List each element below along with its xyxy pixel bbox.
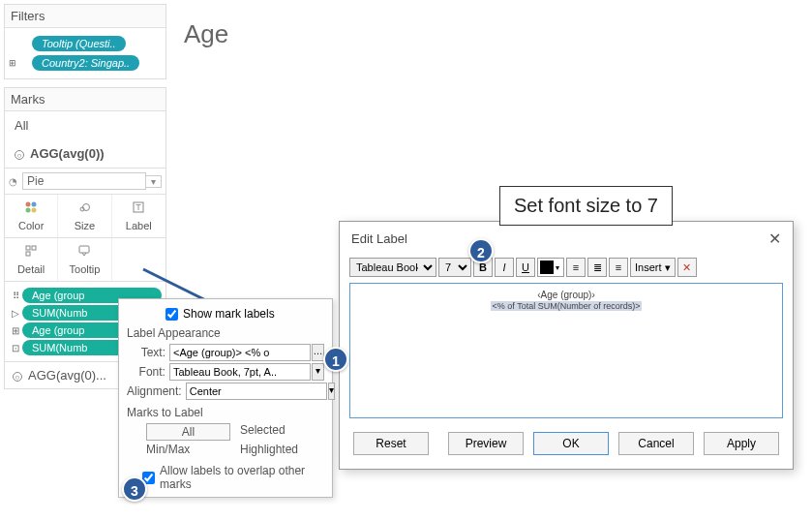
underline-button[interactable]: U: [516, 258, 535, 277]
marks-to-label-header: Marks to Label: [127, 406, 324, 419]
shelf-tooltip[interactable]: Tooltip: [58, 238, 111, 281]
label-t-icon: ⊞: [9, 325, 22, 336]
svg-rect-11: [79, 246, 89, 253]
detail-icon: [7, 244, 55, 261]
label-appearance-header: Label Appearance: [127, 326, 324, 340]
tooltip-icon: [60, 244, 108, 261]
filter-pill-tooltip[interactable]: Tooltip (Questi..: [32, 36, 126, 51]
callout-2: 2: [468, 238, 494, 263]
callout-text-box: Set font size to 7: [499, 186, 673, 226]
alignment-label: Alignment:: [127, 384, 186, 398]
shelf-empty: [112, 238, 165, 281]
svg-rect-8: [26, 246, 30, 250]
ok-button[interactable]: OK: [533, 432, 609, 455]
label-t2-icon: ⊡: [9, 343, 22, 353]
alignment-dropdown-button[interactable]: ▾: [328, 383, 335, 400]
preview-button[interactable]: Preview: [448, 432, 524, 455]
edit-label-dialog: Edit Label ✕ Tableau Book 7 B I U ▾ ≡ ≣ …: [339, 221, 794, 470]
font-family-select[interactable]: Tableau Book: [349, 258, 436, 277]
callout-1: 1: [323, 347, 348, 372]
filters-header: Filters: [5, 5, 165, 28]
allow-overlap-label: Allow labels to overlap other marks: [160, 464, 324, 491]
label-options-popup: Show mark labels Label Appearance Text: …: [118, 298, 333, 498]
size-icon: [60, 200, 108, 218]
filter-pill-country[interactable]: Country2: Singap..: [32, 55, 139, 71]
label-icon: T: [114, 200, 164, 218]
marks-tab-agg[interactable]: ○AGG(avg(0)): [5, 139, 165, 168]
marks-tab-all[interactable]: All: [5, 111, 165, 139]
callout-3: 3: [122, 476, 147, 502]
color-icon: [7, 200, 55, 218]
page-title: Age: [184, 19, 228, 49]
align-center-button[interactable]: ≣: [587, 258, 607, 277]
mark-type-select[interactable]: Pie: [22, 172, 146, 190]
clear-format-button[interactable]: ✕: [677, 258, 697, 277]
font-color-picker[interactable]: ▾: [537, 258, 564, 277]
show-mark-labels-checkbox[interactable]: [165, 308, 178, 321]
font-label: Font:: [127, 365, 169, 379]
chevron-down-icon[interactable]: ▾: [146, 175, 162, 188]
svg-rect-9: [32, 246, 36, 250]
align-right-button[interactable]: ≡: [609, 258, 628, 277]
angle-icon: ▷: [9, 308, 22, 319]
cancel-button[interactable]: Cancel: [618, 432, 694, 455]
label-text-input[interactable]: [169, 344, 311, 361]
svg-point-3: [32, 208, 37, 213]
shelf-detail[interactable]: Detail: [5, 238, 58, 281]
svg-rect-10: [26, 252, 30, 256]
circle-icon: ○: [13, 372, 22, 382]
editor-content-line2: <% of Total SUM(Number of records)>: [491, 301, 643, 311]
shelf-color[interactable]: Color: [5, 195, 58, 237]
font-dropdown-button[interactable]: ▾: [312, 363, 324, 381]
svg-text:T: T: [136, 202, 142, 212]
show-mark-labels-label: Show mark labels: [183, 307, 275, 321]
color-dots-icon: ⠿: [9, 291, 22, 301]
reset-button[interactable]: Reset: [353, 432, 429, 455]
align-left-button[interactable]: ≡: [566, 258, 586, 277]
mtl-all-button[interactable]: All: [146, 423, 230, 441]
filters-panel: Filters Tooltip (Questi.. ⊞Country2: Sin…: [4, 4, 166, 79]
dialog-title: Edit Label: [351, 231, 407, 246]
editor-content-line1: ‹Age (group)›: [356, 290, 776, 300]
mtl-highlighted[interactable]: Highlighted: [240, 443, 324, 456]
marks-header: Marks: [5, 88, 165, 111]
editor-toolbar: Tableau Book 7 B I U ▾ ≡ ≣ ≡ Insert ▾ ✕: [340, 256, 793, 279]
label-editor-textarea[interactable]: ‹Age (group)› <% of Total SUM(Number of …: [349, 283, 783, 418]
svg-point-0: [26, 202, 31, 207]
pie-icon: ◔: [9, 176, 22, 187]
mtl-minmax[interactable]: Min/Max: [146, 443, 230, 456]
shelf-size[interactable]: Size: [58, 195, 111, 237]
circle-icon: ○: [15, 150, 24, 160]
svg-point-1: [32, 202, 37, 207]
close-icon[interactable]: ✕: [768, 230, 781, 248]
svg-point-5: [83, 204, 90, 211]
font-size-select[interactable]: 7: [438, 258, 471, 277]
svg-point-2: [26, 208, 31, 213]
insert-field-button[interactable]: Insert ▾: [630, 258, 676, 277]
shelf-label[interactable]: TLabel: [112, 195, 165, 237]
pill-indicator-icon: ⊞: [9, 58, 18, 68]
label-font-select[interactable]: [169, 363, 311, 381]
apply-button[interactable]: Apply: [704, 432, 779, 455]
italic-button[interactable]: I: [495, 258, 514, 277]
text-label: Text:: [127, 346, 169, 359]
mtl-selected[interactable]: Selected: [240, 423, 324, 441]
label-alignment-select[interactable]: [186, 383, 327, 400]
